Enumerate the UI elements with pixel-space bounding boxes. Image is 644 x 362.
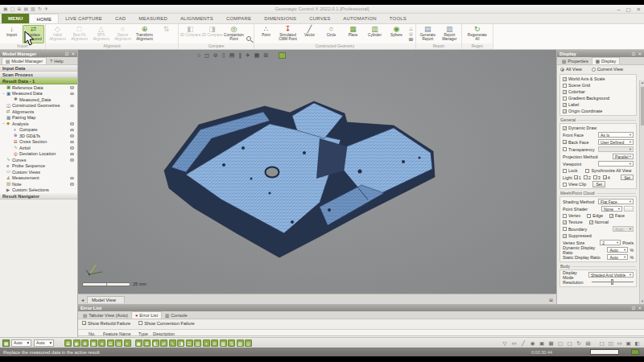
tree-item[interactable]: ⊟ Cross Section [0,139,77,146]
tree-item[interactable]: ∿ Airfoil [0,145,77,151]
edge-checkbox[interactable] [587,214,591,218]
toolbar-tool-icon[interactable]: ⊡ [186,339,193,347]
tree-item[interactable]: ▦ Pairing Map [0,115,77,121]
toolbar-tool-icon[interactable]: ⊘ [211,339,218,347]
static-display-ratio-dropdown[interactable]: Auto [607,254,628,261]
geometry-tool-icon[interactable]: ◎ [408,31,414,37]
dynamic-display-ratio-dropdown[interactable]: Auto [607,247,628,253]
texture-checkbox[interactable] [563,220,567,224]
auto-select-1[interactable]: Auto [11,339,31,347]
toolbar-tool-icon[interactable]: ⊕ [81,339,89,347]
ribbon-tab[interactable]: COMPARE [220,14,258,23]
ribbon-button[interactable]: ◎ Comparison Point [223,25,245,43]
viewport-tool-icon[interactable]: ◻ [204,51,209,59]
tree-item[interactable]: ≡ Probe Sequence [0,163,77,170]
boundary-checkbox[interactable] [563,227,567,231]
ribbon-button[interactable]: ◇ Initial Alignment [47,25,68,43]
current-view-radio[interactable] [592,68,596,72]
light-set-button[interactable]: Set [621,175,634,181]
window-control-icon[interactable]: – [617,5,621,14]
toolbar-tool-icon[interactable]: ◨ [177,339,184,347]
ribbon-button[interactable]: △ RPS Alignment [90,25,112,43]
model-view-tab[interactable]: Model View [87,296,125,303]
ribbon-button[interactable]: ↓ Import [1,25,23,43]
panel-tab[interactable]: ▥ Console [162,311,191,319]
ribbon-button[interactable]: ○ Circle [320,25,342,43]
toolbar-tool-icon[interactable]: ▣ [135,339,142,347]
close-icon[interactable]: ✕ [638,51,642,56]
window-control-icon[interactable]: ▢ [625,5,630,14]
toolbar-tool-icon[interactable]: ⇅ [228,339,235,347]
checkbox[interactable] [563,90,567,94]
ribbon-button[interactable]: ↧ Simulated CMM Point [277,25,299,43]
window-tool-icon[interactable]: ▢ [598,339,605,347]
panel-tab[interactable]: ▤ Tabular View (Auto) [80,311,131,319]
section-input-data[interactable]: Input Data [0,65,77,72]
checkbox[interactable] [563,109,567,113]
ribbon-button[interactable]: ▥ Report Manager [439,25,460,43]
ribbon-button[interactable]: ▥ Cylinder [364,25,386,43]
normal-checkbox[interactable] [589,220,593,224]
light-checkbox[interactable] [574,175,578,179]
ribbon-button[interactable]: ▤ Generate Report [417,25,439,43]
view-tool-icon[interactable]: ▤ [584,339,592,347]
vertex-checkbox[interactable] [563,214,567,218]
ribbon-tab[interactable]: CURVES [303,14,336,23]
quick-access-icon[interactable]: ✈ [44,6,48,13]
quick-access-icon[interactable]: ▣ [3,6,8,13]
display-panel-scrollbar[interactable]: ▲ ▼ [639,80,644,304]
toolbar-tool-icon[interactable]: ∿ [169,339,176,347]
back-face-dropdown[interactable]: User Defined [598,139,634,146]
panel-tab[interactable]: ● Error List [131,311,162,319]
toolbar-tool-icon[interactable]: ▤ [115,339,122,347]
eye-icon[interactable] [70,93,74,96]
ribbon-button[interactable]: ╱ Vector [299,25,320,43]
toolbar-tool-icon[interactable]: ◧ [152,339,159,347]
ribbon-button[interactable]: ⊕ Transform Alignment [134,25,155,43]
all-view-radio[interactable] [560,68,564,72]
ribbon-button[interactable]: ∴ Point [255,25,277,43]
3d-viewport[interactable]: ○◻⊘▯▤∥✈▦⊞ [78,50,556,294]
checkbox[interactable] [563,77,567,81]
viewpoint-dropdown[interactable] [598,161,634,167]
point-shader-dropdown[interactable]: None [601,206,622,212]
viewport-tool-icon[interactable]: ⊞ [263,51,268,59]
viewport-tool-icon[interactable]: ○ [197,51,200,59]
section-scan-process[interactable]: Scan Process [0,72,77,78]
ribbon-tab[interactable]: CAD [109,14,132,23]
viewport-tool-icon[interactable]: ▤ [229,51,235,59]
viewport-tool-icon[interactable]: ▯ [222,51,225,59]
toolbar-tool-icon[interactable]: ▥ [194,339,201,347]
eye-icon[interactable] [70,86,74,89]
ribbon-button[interactable]: ◧ 3D Compare [180,25,201,43]
geometry-tool-icon[interactable]: △ [408,26,414,31]
quick-access-icon[interactable]: ▥ [31,6,35,13]
tree-item[interactable]: ◫ Constructed Geometries [0,103,77,109]
display-mode-dropdown[interactable]: Shaded And Visible [588,272,634,278]
lock-checkbox[interactable] [563,169,567,173]
scroll-up-icon[interactable]: ▲ [640,80,644,85]
slider-thumb[interactable] [611,279,613,285]
checkbox[interactable] [138,321,142,325]
tab-properties[interactable]: ▤ Properties [559,57,592,64]
toolbar-tool-icon[interactable]: ▧ [220,339,227,347]
view-tool-icon[interactable]: ↻ [576,339,583,347]
ribbon-tab[interactable]: TOOLS [383,14,413,23]
window-tool-icon[interactable]: ▣ [625,339,632,347]
column-description[interactable]: Description [153,331,175,336]
viewport-tool-icon[interactable]: ⊘ [213,51,218,59]
back-face-checkbox[interactable] [563,140,567,144]
quick-access-icon[interactable]: ▤ [23,6,28,13]
window-control-icon[interactable]: ✕ [637,5,641,14]
eye-icon[interactable] [70,177,74,180]
toolbar-tool-icon[interactable]: ◎ [245,339,252,347]
ribbon-tab[interactable]: HOME [29,14,59,23]
eye-icon[interactable] [70,129,74,132]
eye-icon[interactable] [70,146,74,150]
tree-item[interactable]: − ◆ Analysis [0,121,77,127]
face-checkbox[interactable] [609,214,613,218]
front-face-dropdown[interactable]: As Is [598,132,634,138]
shading-method-dropdown[interactable]: Flat Face [598,199,634,205]
view-tool-icon[interactable]: ▣ [539,339,546,347]
view-tool-icon[interactable]: ▦ [547,339,555,347]
